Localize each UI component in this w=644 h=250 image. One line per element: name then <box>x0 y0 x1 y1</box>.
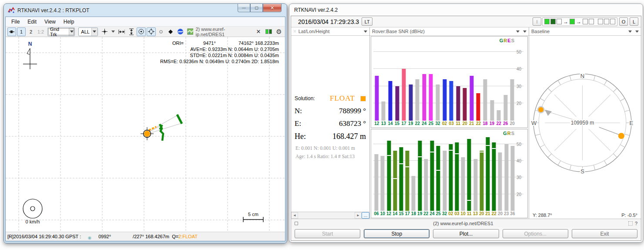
snr-bar <box>406 151 409 211</box>
legend-entry: G <box>503 131 507 136</box>
solution-scrollbar[interactable]: ◄ ► … <box>291 212 369 219</box>
rtkplot-app-icon <box>8 7 15 14</box>
fit-vertical-button[interactable] <box>127 27 136 36</box>
snr-bar <box>416 79 419 121</box>
base-snr-mark <box>492 148 496 149</box>
stream-status-indicator: →→ <box>542 17 617 26</box>
rtkplot-window: RTKNAVI ver.2.4.2 : RTKPLOT — ▢ ✕ FileEd… <box>3 3 287 243</box>
connect-button[interactable] <box>7 27 16 36</box>
scroll-right-icon[interactable]: ► <box>355 212 362 219</box>
snr-bar-slot <box>392 131 398 211</box>
rtkplot-titlebar[interactable]: RTKNAVI ver.2.4.2 : RTKPLOT — ▢ ✕ <box>5 4 285 17</box>
show-point-button[interactable] <box>166 27 175 36</box>
output-stream-button[interactable]: O <box>619 17 628 26</box>
satellite-label: 36 <box>510 211 516 217</box>
legend-entry: E <box>507 38 511 43</box>
rtkplot-toolbar: 1 2 1:2 Gnd Trk ALL <box>6 27 285 37</box>
y-tick-label: 50 <box>517 142 526 147</box>
snr-bar-slot <box>454 131 460 211</box>
more-options-button[interactable]: … <box>362 212 369 219</box>
scroll-left-icon[interactable]: ◄ <box>291 212 298 219</box>
menu-file[interactable]: File <box>7 18 23 26</box>
dropdown-arrow-icon[interactable] <box>364 30 367 33</box>
menu-edit[interactable]: Edit <box>23 18 40 26</box>
help-button[interactable]: ? <box>635 221 637 226</box>
time-display: 2016/03/04 17:29:23.3 <box>298 18 359 25</box>
satellite-filter-select[interactable]: ALL <box>78 27 98 36</box>
baseline-panel-header[interactable]: Baseline <box>529 27 641 35</box>
ground-track-plot[interactable]: N <box>6 37 285 232</box>
plot-button[interactable]: Plot... <box>433 229 499 238</box>
dropdown-arrow-icon[interactable] <box>635 30 639 33</box>
satellite-label: 22 <box>414 121 421 127</box>
input-stream-button[interactable]: I <box>533 17 541 26</box>
base-position-dot <box>618 133 624 139</box>
solution-panel-header[interactable]: ⁙ Lat/Lon/Height <box>291 27 369 35</box>
satellite-label: 22 <box>495 121 502 127</box>
svg-text:N: N <box>28 41 32 47</box>
exit-button[interactable]: Exit <box>572 229 637 238</box>
dropdown-arrow-icon[interactable] <box>516 30 520 33</box>
snr-bar-slot <box>489 38 496 121</box>
satellite-label: 13 <box>473 211 479 217</box>
snr-bar <box>418 141 422 211</box>
snr-bar-slot <box>398 131 404 211</box>
center-origin-button[interactable] <box>100 27 109 36</box>
base-snr-mark <box>480 152 483 152</box>
time-system-button[interactable]: LT <box>362 17 372 26</box>
snr-bar <box>449 81 453 121</box>
age-ratio-line: Age: 1.4 s Ratio: 1.4 # Sat:13 <box>291 154 369 159</box>
snr-bar <box>375 154 379 211</box>
snr-bar <box>510 146 514 211</box>
resize-grip-icon[interactable] <box>628 221 633 226</box>
globe-icon <box>177 28 184 35</box>
dropdown-arrow-icon[interactable] <box>523 30 527 33</box>
snr-bar-slot <box>491 131 497 211</box>
y-tick-label: 50 <box>517 50 526 54</box>
snr-panel-header[interactable]: Rover:Base SNR (dBHz) <box>370 27 529 35</box>
satellite-label: 22 <box>423 211 429 217</box>
solution12-button[interactable]: 1:2 <box>36 27 45 36</box>
snr-bar-slot <box>379 131 386 211</box>
snr-bar-slot <box>479 131 485 211</box>
minimize-button[interactable]: — <box>238 4 250 12</box>
satellite-label: 22 <box>491 211 497 217</box>
satellite-label: 26 <box>502 121 509 127</box>
dropdown-arrow-icon[interactable] <box>628 30 632 33</box>
maximize-button[interactable]: ▢ <box>250 4 263 12</box>
satellite-label: 02 <box>441 121 448 127</box>
google-map-button[interactable] <box>186 27 195 36</box>
rtknavi-titlebar[interactable]: RTKNAVI ver.2.4.2 <box>291 4 641 16</box>
stream-indicator-square <box>557 19 562 24</box>
menu-view[interactable]: View <box>40 18 60 26</box>
satellite-label: 23 <box>503 211 510 217</box>
start-button[interactable]: Start <box>295 229 360 238</box>
svg-text:0 km/h: 0 km/h <box>25 219 40 224</box>
fit-horizontal-button[interactable] <box>117 27 127 36</box>
log-stream-button[interactable]: L <box>630 17 638 26</box>
solution2-button[interactable]: 2 <box>27 27 35 36</box>
plot-type-select[interactable]: Gnd Trk <box>47 27 75 36</box>
stop-button[interactable]: Stop <box>364 229 429 238</box>
base-snr-mark <box>387 155 391 156</box>
fix-horizontal-button[interactable] <box>147 27 156 36</box>
base-snr-mark <box>455 153 459 154</box>
close-button[interactable]: ✕ <box>263 4 282 12</box>
show-track-button[interactable] <box>157 27 165 36</box>
disconnect-button[interactable]: ✕ <box>254 27 263 36</box>
status-checkbox[interactable] <box>295 222 298 225</box>
snr-bar-slot <box>448 131 454 211</box>
legend-entry: G <box>500 38 504 43</box>
options-gear-button[interactable]: ⚙ <box>275 27 283 36</box>
menu-help[interactable]: Help <box>60 18 78 26</box>
satellite-label: 20 <box>479 211 485 217</box>
solution1-button[interactable]: 1 <box>17 27 26 36</box>
snr-bar <box>497 110 501 121</box>
track-float-segment <box>149 127 156 130</box>
center-dropdown-button[interactable] <box>110 27 116 36</box>
options-button[interactable]: Options... <box>503 229 568 238</box>
satellite-label: 12 <box>373 121 380 127</box>
legend-entry: S <box>511 38 515 43</box>
google-earth-button[interactable] <box>176 27 185 36</box>
fix-center-button[interactable] <box>137 27 146 36</box>
